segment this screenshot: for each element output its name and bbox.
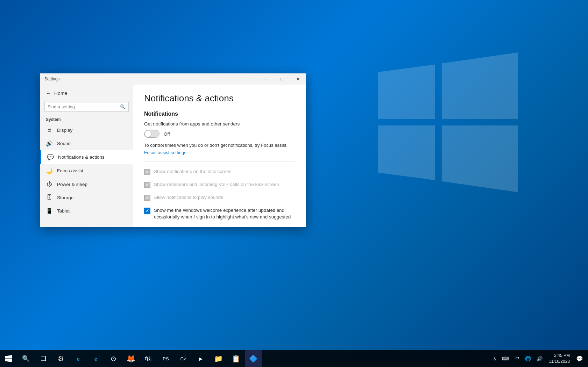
taskbar-app-edge2[interactable]: e (87, 350, 104, 367)
svg-marker-5 (8, 355, 12, 359)
checkbox-welcome-input[interactable]: ✓ (144, 208, 150, 214)
volume-icon[interactable]: 🔊 (534, 354, 545, 363)
notifications-icon: 💬 (47, 154, 54, 160)
display-icon: 🖥 (46, 127, 53, 133)
search-box[interactable]: 🔍 (44, 102, 129, 111)
taskbar-app-misc1[interactable]: 📋 (227, 350, 244, 367)
taskbar-app-terminal[interactable]: ▶ (192, 350, 209, 367)
taskbar-app-ps[interactable]: PS (157, 350, 174, 367)
taskbar-time[interactable]: 2:45 PM 11/10/2023 (546, 351, 573, 366)
notifications-toggle[interactable] (144, 130, 160, 138)
focus-assist-link[interactable]: Focus assist settings (144, 150, 186, 155)
focus-icon: 🌙 (46, 167, 53, 174)
taskbar-app-misc2[interactable]: 🔷 (245, 350, 262, 367)
window-title: Settings (44, 77, 258, 81)
checkbox-lock-screen-input[interactable]: ✓ (144, 169, 150, 175)
taskbar-right: ∧ ⌨ 🛡 🌐 🔊 2:45 PM 11/10/2023 💬 (491, 350, 588, 367)
sidebar-item-label-storage: Storage (57, 195, 73, 200)
svg-marker-0 (378, 65, 435, 119)
sound-icon: 🔊 (46, 140, 53, 147)
date-display: 11/10/2023 (549, 359, 570, 365)
network-icon[interactable]: 🌐 (523, 354, 533, 363)
svg-marker-7 (8, 359, 12, 362)
home-label: Home (54, 91, 67, 96)
svg-marker-4 (5, 356, 8, 359)
minimize-button[interactable]: — (258, 73, 274, 85)
window-titlebar: Settings — □ ✕ (40, 73, 306, 85)
get-notifications-description: Get notifications from apps and other se… (144, 121, 295, 127)
tablet-icon: 📱 (46, 208, 53, 214)
search-input[interactable] (48, 104, 120, 109)
checkbox-suggest-setup-label: Suggest ways I can finish setting up my … (154, 227, 295, 227)
taskbar-app-chrome[interactable]: ⊙ (105, 350, 122, 367)
checkbox-sounds-label: Allow notifications to play sounds (154, 194, 223, 201)
maximize-button[interactable]: □ (274, 73, 290, 85)
svg-marker-6 (5, 359, 8, 361)
search-icon: 🔍 (120, 104, 126, 109)
sidebar-item-label-focus: Focus assist (57, 168, 83, 173)
sidebar-section-system: System (40, 114, 133, 123)
toggle-label-off: Off (164, 131, 170, 137)
checkbox-lock-screen: ✓ Show notifications on the lock screen (144, 167, 295, 177)
sidebar-item-label-tablet: Tablet (57, 208, 70, 214)
checkbox-lock-screen-label: Show notifications on the lock screen (154, 168, 232, 175)
svg-marker-2 (378, 125, 435, 180)
settings-window: Settings — □ ✕ ← Home 🔍 (40, 73, 306, 227)
power-icon: ⏻ (46, 181, 53, 187)
taskbar-app-edge[interactable]: e (70, 350, 87, 367)
sidebar-item-label-power: Power & sleep (57, 182, 87, 187)
sidebar-item-notifications[interactable]: 💬 Notifications & actions (40, 150, 133, 164)
checkbox-check-icon: ✓ (146, 208, 149, 213)
keyboard-icon[interactable]: ⌨ (500, 354, 511, 363)
page-title: Notifications & actions (144, 93, 295, 104)
sidebar-item-power[interactable]: ⏻ Power & sleep (40, 178, 133, 191)
sidebar-item-label-display: Display (57, 128, 72, 133)
taskbar: 🔍 ❑ ⚙ e e ⊙ 🦊 🛍 PS C> ▶ 📁 📋 🔷 ∧ ⌨ 🛡 🌐 🔊 … (0, 350, 588, 367)
sidebar-item-tablet[interactable]: 📱 Tablet (40, 204, 133, 218)
main-content: Notifications & actions Notifications Ge… (133, 85, 306, 227)
notifications-toggle-row: Off (144, 130, 295, 138)
time-display: 2:45 PM (549, 353, 570, 359)
checkbox-reminders-input[interactable]: ✓ (144, 182, 150, 188)
start-button[interactable] (0, 350, 17, 367)
sidebar-home-button[interactable]: ← Home (40, 87, 133, 99)
storage-icon: 🗄 (46, 194, 53, 201)
sidebar-item-sound[interactable]: 🔊 Sound (40, 137, 133, 150)
svg-marker-1 (442, 52, 518, 119)
checkbox-check-icon: ✓ (146, 170, 149, 174)
taskbar-app-cmd[interactable]: C> (175, 350, 192, 367)
close-button[interactable]: ✕ (290, 73, 306, 85)
search-button[interactable]: 🔍 (17, 350, 34, 367)
taskbar-app-store[interactable]: 🛍 (140, 350, 157, 367)
taskbar-app-firefox[interactable]: 🦊 (122, 350, 139, 367)
desktop-logo (378, 52, 518, 192)
sidebar-item-storage[interactable]: 🗄 Storage (40, 191, 133, 204)
checkbox-check-icon: ✓ (146, 195, 149, 200)
taskbar-app-explorer[interactable]: 📁 (210, 350, 227, 367)
task-view-button[interactable]: ❑ (35, 350, 52, 367)
checkbox-sounds-input[interactable]: ✓ (144, 195, 150, 201)
sidebar-item-label-sound: Sound (57, 141, 71, 146)
checkbox-reminders: ✓ Show reminders and incoming VoIP calls… (144, 180, 295, 189)
back-arrow-icon: ← (46, 90, 51, 96)
notification-center-button[interactable]: 💬 (574, 350, 585, 367)
checkbox-check-icon: ✓ (146, 182, 149, 187)
sidebar: ← Home 🔍 System 🖥 Display 🔊 Sound (40, 85, 133, 227)
svg-marker-3 (442, 125, 518, 192)
divider (144, 161, 295, 161)
checkbox-suggest-setup: ✓ Suggest ways I can finish setting up m… (144, 225, 295, 227)
window-controls: — □ ✕ (258, 73, 306, 85)
checkbox-sounds: ✓ Allow notifications to play sounds (144, 193, 295, 202)
sidebar-item-display[interactable]: 🖥 Display (40, 123, 133, 137)
taskbar-left: 🔍 ❑ ⚙ e e ⊙ 🦊 🛍 PS C> ▶ 📁 📋 🔷 (0, 350, 262, 367)
checkbox-reminders-label: Show reminders and incoming VoIP calls o… (154, 181, 279, 188)
focus-assist-note: To control times when you do or don't ge… (144, 143, 295, 148)
window-body: ← Home 🔍 System 🖥 Display 🔊 Sound (40, 85, 306, 227)
taskbar-app-settings[interactable]: ⚙ (52, 350, 69, 367)
sidebar-item-label-notifications: Notifications & actions (58, 154, 105, 160)
chevron-icon[interactable]: ∧ (491, 354, 498, 363)
vpn-icon[interactable]: 🛡 (512, 354, 522, 363)
desktop: Settings — □ ✕ ← Home 🔍 (0, 0, 588, 367)
sidebar-item-focus[interactable]: 🌙 Focus assist (40, 164, 133, 178)
section-title-notifications: Notifications (144, 111, 295, 117)
